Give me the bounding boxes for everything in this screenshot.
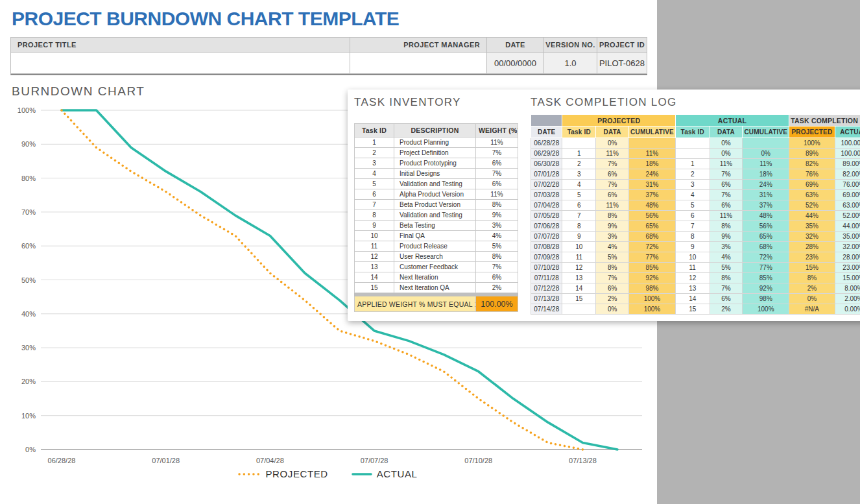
- projected-data-cell[interactable]: 6%: [596, 169, 629, 180]
- description-cell[interactable]: Validation and Testing: [394, 210, 476, 221]
- completion-actual-cell[interactable]: 32.00%: [835, 242, 860, 252]
- completion-projected-cell[interactable]: 8%: [789, 273, 835, 283]
- task-id-cell[interactable]: 13: [355, 262, 394, 272]
- projected-task-id-cell[interactable]: 2: [562, 159, 596, 169]
- weight-cell[interactable]: 8%: [476, 200, 518, 210]
- actual-data-cell[interactable]: 7%: [710, 169, 743, 180]
- projected-data-cell[interactable]: 11%: [596, 149, 629, 159]
- date-field[interactable]: 00/00/0000: [487, 53, 544, 74]
- projected-task-id-cell[interactable]: 6: [562, 200, 596, 211]
- completion-actual-cell[interactable]: 35.00%: [835, 232, 860, 242]
- task-id-cell[interactable]: 5: [355, 179, 394, 189]
- actual-task-id-cell[interactable]: 1: [675, 159, 710, 169]
- date-cell[interactable]: 07/07/28: [531, 232, 562, 242]
- description-cell[interactable]: Final QA: [394, 231, 476, 241]
- actual-task-id-cell[interactable]: 10: [675, 252, 710, 263]
- actual-task-id-cell[interactable]: 8: [675, 232, 710, 242]
- projected-data-cell[interactable]: 5%: [596, 252, 629, 263]
- projected-cumulative-cell[interactable]: 100%: [629, 304, 676, 315]
- completion-actual-cell[interactable]: 76.00%: [835, 180, 860, 190]
- completion-actual-cell[interactable]: 23.00%: [835, 263, 860, 273]
- weight-cell[interactable]: 11%: [476, 189, 518, 200]
- actual-task-id-cell[interactable]: 9: [675, 242, 710, 252]
- completion-projected-cell[interactable]: 35%: [789, 221, 835, 232]
- projected-task-id-cell[interactable]: 9: [562, 232, 596, 242]
- projected-task-id-cell[interactable]: 13: [562, 273, 596, 283]
- completion-actual-cell[interactable]: 63.00%: [835, 200, 860, 211]
- projected-cumulative-cell[interactable]: 37%: [629, 190, 676, 200]
- weight-cell[interactable]: 2%: [476, 283, 518, 293]
- projected-cumulative-cell[interactable]: 48%: [629, 200, 676, 211]
- projected-cumulative-cell[interactable]: 92%: [629, 273, 676, 283]
- projected-cumulative-cell[interactable]: 56%: [629, 211, 676, 221]
- actual-data-cell[interactable]: 0%: [710, 149, 743, 159]
- projected-data-cell[interactable]: 3%: [596, 232, 629, 242]
- completion-actual-cell[interactable]: 8.00%: [835, 283, 860, 294]
- projected-cumulative-cell[interactable]: 85%: [629, 263, 676, 273]
- task-id-cell[interactable]: 7: [355, 200, 394, 210]
- task-id-cell[interactable]: 4: [355, 169, 394, 179]
- actual-task-id-cell[interactable]: 7: [675, 221, 710, 232]
- actual-cumulative-cell[interactable]: 48%: [743, 211, 789, 221]
- actual-task-id-cell[interactable]: 13: [675, 283, 710, 294]
- actual-data-cell[interactable]: 11%: [710, 211, 743, 221]
- completion-projected-cell[interactable]: 0%: [789, 294, 835, 304]
- projected-data-cell[interactable]: 0%: [596, 304, 629, 315]
- weight-cell[interactable]: 3%: [476, 221, 518, 231]
- projected-task-id-cell[interactable]: 5: [562, 190, 596, 200]
- actual-cumulative-cell[interactable]: 98%: [743, 294, 789, 304]
- actual-task-id-cell[interactable]: 4: [675, 190, 710, 200]
- actual-cumulative-cell[interactable]: 18%: [743, 169, 789, 180]
- task-id-cell[interactable]: 9: [355, 221, 394, 231]
- actual-cumulative-cell[interactable]: 92%: [743, 283, 789, 294]
- description-cell[interactable]: Validation and Testing: [394, 179, 476, 189]
- task-id-cell[interactable]: 12: [355, 252, 394, 262]
- projected-cumulative-cell[interactable]: 65%: [629, 221, 676, 232]
- projected-task-id-cell[interactable]: [562, 304, 596, 315]
- date-cell[interactable]: 07/03/28: [531, 190, 562, 200]
- completion-projected-cell[interactable]: 44%: [789, 211, 835, 221]
- completion-actual-cell[interactable]: 28.00%: [835, 252, 860, 263]
- date-cell[interactable]: 07/02/28: [531, 180, 562, 190]
- projected-cumulative-cell[interactable]: 68%: [629, 232, 676, 242]
- projected-data-cell[interactable]: 2%: [596, 294, 629, 304]
- date-cell[interactable]: 06/28/28: [531, 138, 562, 149]
- projected-data-cell[interactable]: 6%: [596, 190, 629, 200]
- actual-task-id-cell[interactable]: 5: [675, 200, 710, 211]
- projected-data-cell[interactable]: 8%: [596, 211, 629, 221]
- projected-cumulative-cell[interactable]: 98%: [629, 283, 676, 294]
- actual-cumulative-cell[interactable]: 77%: [743, 263, 789, 273]
- projected-cumulative-cell[interactable]: 11%: [629, 149, 676, 159]
- actual-task-id-cell[interactable]: 3: [675, 180, 710, 190]
- weight-cell[interactable]: 4%: [476, 231, 518, 241]
- actual-cumulative-cell[interactable]: 0%: [743, 149, 789, 159]
- actual-cumulative-cell[interactable]: 24%: [743, 180, 789, 190]
- completion-actual-cell[interactable]: 69.00%: [835, 190, 860, 200]
- actual-task-id-cell[interactable]: 6: [675, 211, 710, 221]
- date-cell[interactable]: 07/01/28: [531, 169, 562, 180]
- actual-cumulative-cell[interactable]: 85%: [743, 273, 789, 283]
- weight-cell[interactable]: 7%: [476, 169, 518, 179]
- projected-cumulative-cell[interactable]: 72%: [629, 242, 676, 252]
- date-cell[interactable]: 07/12/28: [531, 283, 562, 294]
- projected-data-cell[interactable]: 4%: [596, 242, 629, 252]
- projected-data-cell[interactable]: 8%: [596, 263, 629, 273]
- actual-cumulative-cell[interactable]: 72%: [743, 252, 789, 263]
- projected-task-id-cell[interactable]: 14: [562, 283, 596, 294]
- completion-projected-cell[interactable]: 28%: [789, 242, 835, 252]
- task-id-cell[interactable]: 15: [355, 283, 394, 293]
- actual-data-cell[interactable]: 7%: [710, 283, 743, 294]
- date-cell[interactable]: 06/30/28: [531, 159, 562, 169]
- date-cell[interactable]: 07/13/28: [531, 294, 562, 304]
- actual-cumulative-cell[interactable]: [743, 138, 789, 149]
- weight-cell[interactable]: 11%: [476, 138, 518, 148]
- actual-data-cell[interactable]: 7%: [710, 190, 743, 200]
- weight-cell[interactable]: 7%: [476, 148, 518, 158]
- projected-task-id-cell[interactable]: 11: [562, 252, 596, 263]
- completion-projected-cell[interactable]: #N/A: [789, 304, 835, 315]
- projected-data-cell[interactable]: 7%: [596, 180, 629, 190]
- weight-cell[interactable]: 6%: [476, 272, 518, 283]
- task-id-cell[interactable]: 6: [355, 189, 394, 200]
- task-id-cell[interactable]: 3: [355, 158, 394, 169]
- completion-actual-cell[interactable]: 82.00%: [835, 169, 860, 180]
